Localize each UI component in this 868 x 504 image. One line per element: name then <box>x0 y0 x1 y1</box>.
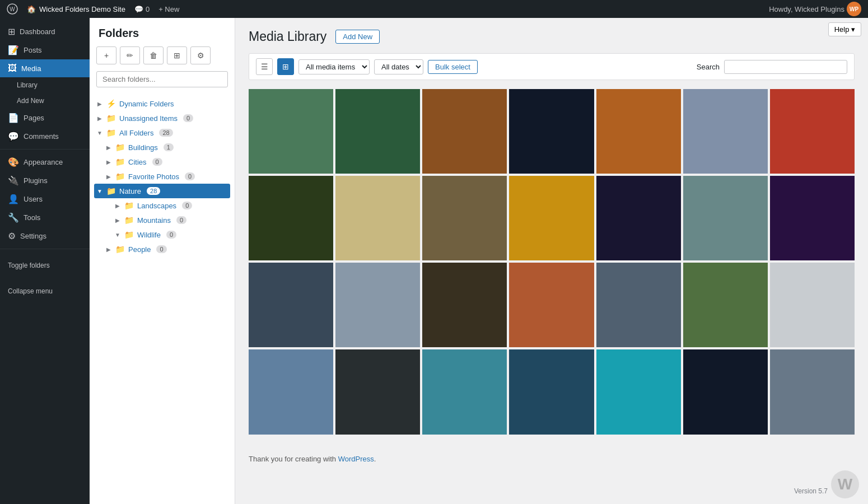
media-thumb-item[interactable] <box>596 176 681 260</box>
folder-item-buildings[interactable]: ▶ 📁 Buildings 1 <box>90 140 235 155</box>
toggle-folders-link[interactable]: Toggle folders <box>0 253 90 278</box>
folder-icon: 📁 <box>106 128 116 137</box>
main-content: Media Library Add New ☰ ⊞ All media item… <box>235 18 868 504</box>
search-folders-input[interactable] <box>96 71 228 87</box>
folder-settings-button[interactable]: ⚙ <box>190 46 211 64</box>
media-thumb-item[interactable] <box>249 89 333 174</box>
media-thumb-item[interactable] <box>422 176 507 260</box>
media-thumb-item[interactable] <box>422 263 507 347</box>
svg-rect-27 <box>596 349 681 434</box>
version-badge: W <box>831 470 859 498</box>
sidebar-item-comments[interactable]: 💬 Comments <box>0 127 90 146</box>
folder-icon: 📁 <box>124 216 134 225</box>
collapse-menu-link[interactable]: Collapse menu <box>0 278 90 304</box>
caret-icon: ▶ <box>114 203 121 209</box>
media-thumb-item[interactable] <box>509 89 594 174</box>
sidebar-item-media[interactable]: 🖼 Media <box>0 59 90 77</box>
folder-label: Mountains <box>137 216 171 225</box>
caret-icon: ▼ <box>96 188 103 194</box>
sidebar-item-posts[interactable]: 📝 Posts <box>0 41 90 59</box>
folder-label: Unassigned Items <box>119 114 178 123</box>
media-thumb-item[interactable] <box>335 89 420 174</box>
pages-icon: 📄 <box>8 113 19 123</box>
date-filter-select[interactable]: All dates <box>374 59 423 74</box>
search-input[interactable] <box>724 60 847 74</box>
folder-item-landscapes[interactable]: ▶ 📁 Landscapes 0 <box>90 198 235 213</box>
media-thumb-item[interactable] <box>249 263 333 347</box>
folders-toolbar: + ✏ 🗑 ⊞ ⚙ <box>90 46 235 71</box>
add-new-button[interactable]: Add New <box>335 30 380 44</box>
media-thumb-item[interactable] <box>770 349 855 434</box>
sidebar-item-settings[interactable]: ⚙ Settings <box>0 227 90 245</box>
media-thumb-item[interactable] <box>770 176 855 260</box>
caret-icon: ▶ <box>105 144 112 151</box>
media-thumb-item[interactable] <box>770 263 855 347</box>
media-thumb-item[interactable] <box>770 89 855 174</box>
caret-icon: ▶ <box>114 217 121 223</box>
media-thumb-item[interactable] <box>683 349 768 434</box>
folder-item-dynamic[interactable]: ▶ ⚡ Dynamic Folders <box>90 96 235 111</box>
sidebar-item-appearance[interactable]: 🎨 Appearance <box>0 153 90 171</box>
sidebar-item-pages[interactable]: 📄 Pages <box>0 109 90 127</box>
bulk-select-button[interactable]: Bulk select <box>428 60 478 74</box>
media-thumb-item[interactable] <box>249 176 333 260</box>
folder-badge: 28 <box>159 129 172 137</box>
folder-item-people[interactable]: ▶ 📁 People 0 <box>90 242 235 256</box>
media-thumb-item[interactable] <box>249 349 333 434</box>
media-thumb-item[interactable] <box>509 263 594 347</box>
media-thumb-item[interactable] <box>509 176 594 260</box>
folder-item-all-folders[interactable]: ▼ 📁 All Folders 28 <box>90 125 235 140</box>
add-folder-button[interactable]: + <box>96 46 116 64</box>
media-thumb-item[interactable] <box>335 263 420 347</box>
svg-rect-29 <box>770 349 855 434</box>
folder-badge: 1 <box>164 143 174 151</box>
folder-item-favorite-photos[interactable]: ▶ 📁 Favorite Photos 0 <box>90 169 235 184</box>
sidebar-item-add-new[interactable]: Add New <box>0 93 90 109</box>
media-thumb-item[interactable] <box>596 263 681 347</box>
settings-icon: ⚙ <box>8 231 16 241</box>
sidebar-item-dashboard[interactable]: ⊞ Dashboard <box>0 22 90 41</box>
media-thumb-item[interactable] <box>335 176 420 260</box>
sidebar-item-plugins[interactable]: 🔌 Plugins <box>0 171 90 190</box>
media-thumb-item[interactable] <box>596 349 681 434</box>
add-subfolder-button[interactable]: ⊞ <box>167 46 187 64</box>
media-thumb-item[interactable] <box>335 349 420 434</box>
media-filter-select[interactable]: All media items <box>298 59 370 74</box>
delete-folder-button[interactable]: 🗑 <box>143 46 164 64</box>
version-label: Version 5.7 <box>794 487 828 495</box>
caret-icon: ▼ <box>114 232 121 238</box>
media-thumb-item[interactable] <box>422 89 507 174</box>
media-thumb-item[interactable] <box>683 263 768 347</box>
comments-icon: 💬 <box>8 131 19 142</box>
folder-badge: 0 <box>183 114 193 122</box>
svg-rect-28 <box>683 349 768 434</box>
sidebar-item-users[interactable]: 👤 Users <box>0 190 90 208</box>
caret-icon: ▶ <box>105 246 112 253</box>
wordpress-link[interactable]: WordPress <box>338 455 374 463</box>
media-thumb-item[interactable] <box>683 89 768 174</box>
media-thumb-item[interactable] <box>683 176 768 260</box>
folder-item-cities[interactable]: ▶ 📁 Cities 0 <box>90 155 235 169</box>
sidebar-item-tools[interactable]: 🔧 Tools <box>0 208 90 227</box>
folder-item-wildlife[interactable]: ▼ 📁 Wildlife 0 <box>90 227 235 242</box>
site-name[interactable]: 🏠 Wicked Folders Demo Site <box>27 5 125 13</box>
plugins-icon: 🔌 <box>8 175 19 186</box>
folder-item-mountains[interactable]: ▶ 📁 Mountains 0 <box>90 213 235 227</box>
media-thumb-item[interactable] <box>509 349 594 434</box>
caret-icon: ▼ <box>96 130 103 136</box>
edit-folder-button[interactable]: ✏ <box>120 46 140 64</box>
sidebar-item-library[interactable]: Library <box>0 77 90 93</box>
avatar: WP <box>847 2 861 16</box>
folder-label: Dynamic Folders <box>119 100 174 108</box>
folder-item-unassigned[interactable]: ▶ 📁 Unassigned Items 0 <box>90 111 235 125</box>
media-thumb-item[interactable] <box>422 349 507 434</box>
media-thumb-item[interactable] <box>596 89 681 174</box>
comments-link[interactable]: 💬 0 <box>134 5 150 13</box>
svg-rect-23 <box>249 349 333 434</box>
svg-rect-5 <box>509 89 594 174</box>
new-content-link[interactable]: + New <box>158 5 179 13</box>
help-button[interactable]: Help ▾ <box>828 22 861 36</box>
grid-view-button[interactable]: ⊞ <box>277 58 294 75</box>
list-view-button[interactable]: ☰ <box>256 58 273 75</box>
folder-item-nature[interactable]: ▼ 📁 Nature 28 <box>94 184 230 198</box>
